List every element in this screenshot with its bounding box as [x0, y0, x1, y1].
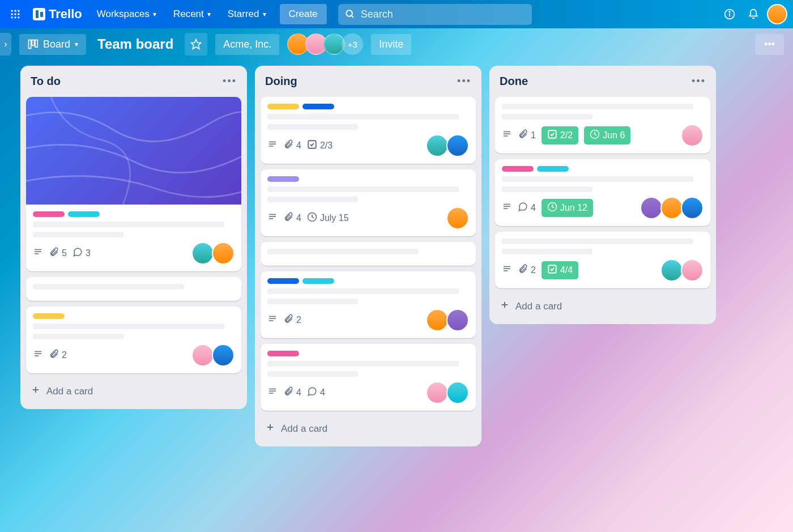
- list-menu-button[interactable]: •••: [692, 75, 706, 87]
- svg-line-10: [351, 15, 353, 18]
- search-input[interactable]: [361, 8, 525, 20]
- invite-button[interactable]: Invite: [371, 34, 411, 55]
- card[interactable]: 2: [261, 271, 476, 338]
- info-button[interactable]: [719, 4, 740, 24]
- description-badge: [33, 349, 43, 361]
- apps-grid-icon: [10, 8, 21, 20]
- card-label[interactable]: [502, 166, 534, 172]
- bell-icon: [748, 8, 759, 20]
- add-card-label: Add a card: [281, 423, 327, 435]
- attachment-icon: [49, 247, 59, 259]
- card-labels: [267, 176, 469, 182]
- description-icon: [502, 202, 512, 214]
- member-avatar[interactable]: [681, 124, 704, 147]
- list-title[interactable]: To do: [31, 75, 61, 88]
- card[interactable]: 42/3: [261, 97, 476, 164]
- card-badges: 4July 15: [267, 212, 349, 224]
- checklist-count: 2/3: [320, 141, 332, 151]
- card-label[interactable]: [302, 278, 334, 284]
- board-menu-button[interactable]: •••: [755, 34, 784, 55]
- card-label[interactable]: [267, 278, 299, 284]
- card-label[interactable]: [267, 176, 299, 182]
- member-avatar[interactable]: [446, 207, 469, 229]
- svg-point-3: [11, 13, 13, 15]
- attachments-count: 4: [296, 141, 301, 151]
- card[interactable]: [26, 277, 241, 301]
- description-icon: [267, 212, 278, 224]
- ellipsis-icon: •••: [223, 75, 237, 87]
- card[interactable]: [261, 242, 476, 266]
- card[interactable]: 44: [261, 344, 476, 411]
- list-menu-button[interactable]: •••: [223, 75, 237, 87]
- card-label[interactable]: [33, 313, 65, 319]
- clock-icon: [590, 129, 600, 142]
- card[interactable]: 12/2Jun 6: [495, 97, 710, 154]
- card-labels: [33, 211, 235, 217]
- apps-launcher-button[interactable]: [6, 5, 25, 24]
- notifications-button[interactable]: [743, 4, 764, 24]
- board-members[interactable]: +3: [287, 33, 363, 55]
- card[interactable]: 2: [26, 307, 241, 373]
- comments-count: 4: [320, 388, 325, 398]
- add-card-button[interactable]: Add a card: [495, 294, 710, 318]
- member-avatar[interactable]: [446, 381, 469, 404]
- card[interactable]: 53: [26, 97, 241, 271]
- create-button[interactable]: Create: [280, 4, 327, 24]
- card-label[interactable]: [68, 211, 100, 217]
- recent-menu[interactable]: Recent ▾: [167, 5, 218, 23]
- brand-logo[interactable]: Trello: [28, 5, 87, 24]
- card[interactable]: 4Jun 12: [495, 159, 710, 226]
- view-switcher[interactable]: Board ▾: [19, 34, 86, 55]
- board-title[interactable]: Team board: [94, 36, 177, 52]
- card[interactable]: 24/4: [495, 232, 710, 288]
- star-board-button[interactable]: [185, 33, 207, 56]
- member-avatar[interactable]: [191, 242, 214, 265]
- comment-icon: [518, 202, 528, 214]
- description-badge: [502, 264, 512, 276]
- member-avatar[interactable]: [660, 259, 683, 282]
- member-avatar[interactable]: [212, 242, 235, 265]
- starred-menu[interactable]: Starred ▾: [221, 5, 273, 23]
- list: Doing •••42/34July 15244Add a card: [255, 66, 481, 446]
- comments-count: 4: [531, 203, 536, 213]
- user-avatar[interactable]: [767, 4, 787, 24]
- recent-label: Recent: [173, 8, 204, 20]
- workspaces-menu[interactable]: Workspaces ▾: [90, 5, 163, 23]
- member-avatar[interactable]: [640, 197, 663, 219]
- card-badges: 44: [267, 386, 325, 399]
- member-avatar[interactable]: [191, 344, 214, 367]
- member-avatar[interactable]: [426, 381, 449, 404]
- member-avatar[interactable]: [212, 344, 235, 367]
- checklist-complete-badge: 4/4: [542, 261, 578, 279]
- member-avatar[interactable]: [681, 197, 704, 219]
- sidebar-expand-button[interactable]: ›: [0, 33, 11, 56]
- add-card-button[interactable]: Add a card: [261, 416, 476, 441]
- member-avatar[interactable]: [681, 259, 704, 282]
- card-label[interactable]: [267, 104, 299, 109]
- member-avatar[interactable]: [426, 134, 449, 157]
- list-title[interactable]: Doing: [265, 75, 297, 88]
- list-title[interactable]: Done: [500, 75, 528, 88]
- board-view-icon: [27, 39, 39, 50]
- attachments-badge: 4: [283, 139, 301, 152]
- card[interactable]: 4July 15: [261, 169, 476, 236]
- search-box[interactable]: [338, 4, 532, 25]
- card-label[interactable]: [267, 351, 299, 356]
- comments-badge: 3: [73, 247, 91, 259]
- list-menu-button[interactable]: •••: [457, 75, 471, 87]
- attachments-count: 4: [296, 213, 301, 223]
- member-avatar[interactable]: [446, 309, 469, 331]
- chevron-down-icon: ▾: [153, 10, 156, 18]
- member-avatar[interactable]: [426, 309, 449, 331]
- member-overflow-count[interactable]: +3: [342, 33, 363, 55]
- add-card-button[interactable]: Add a card: [26, 379, 241, 403]
- comments-count: 3: [86, 248, 91, 258]
- workspace-chip[interactable]: Acme, Inc.: [215, 34, 279, 55]
- member-avatar[interactable]: [446, 134, 469, 157]
- card-label[interactable]: [537, 166, 569, 172]
- card-badges: 24/4: [502, 261, 578, 279]
- card-label[interactable]: [302, 104, 334, 109]
- member-avatar[interactable]: [660, 197, 683, 219]
- card-label[interactable]: [33, 211, 65, 217]
- board-canvas[interactable]: To do ••• 532Add a cardDoing •••42/34Jul…: [0, 60, 793, 532]
